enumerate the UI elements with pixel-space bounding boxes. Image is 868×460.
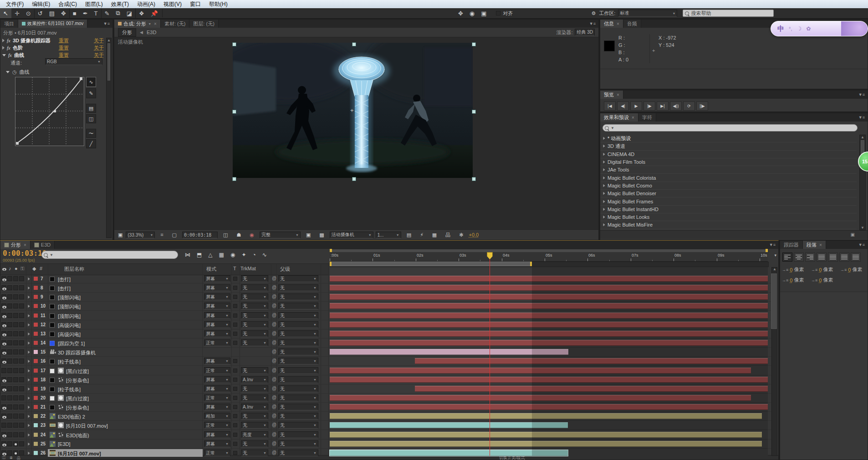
timeline-button-icon[interactable]: ▦	[429, 230, 440, 240]
solo-toggle[interactable]	[13, 276, 18, 281]
help-search-input[interactable]: 搜索帮助	[683, 10, 774, 17]
breadcrumb-sub[interactable]: E3D	[147, 30, 156, 35]
column-parent[interactable]: 父级	[280, 266, 290, 273]
video-toggle[interactable]	[1, 368, 6, 373]
fx-category-11[interactable]: Magic Bullet Looks	[600, 213, 857, 221]
video-toggle[interactable]	[1, 386, 6, 391]
lock-toggle[interactable]	[19, 340, 24, 345]
fx-category-9[interactable]: Magic Bullet Frames	[600, 197, 857, 205]
comp-tab-1[interactable]: 合成: 分形▼×	[114, 20, 161, 28]
lock-toggle[interactable]	[19, 441, 24, 446]
workspace-icon[interactable]: ⚙	[588, 8, 599, 18]
layer-mode-select[interactable]: 相加▼	[204, 413, 230, 420]
layer-trkmat-select[interactable]: 无▼	[241, 385, 268, 392]
brainstorm-icon[interactable]: ✦	[239, 251, 248, 259]
lock-toggle[interactable]	[19, 349, 24, 354]
parent-pickwhip-icon[interactable]: @	[272, 294, 276, 299]
region-of-interest-icon[interactable]: ▣	[303, 230, 314, 240]
puppet-pin-tool-icon[interactable]: 📌	[148, 8, 161, 18]
fx-category-arrow[interactable]	[603, 145, 605, 147]
video-toggle[interactable]	[1, 395, 6, 400]
timeline-scrollbar-thumb[interactable]	[771, 273, 777, 329]
next-frame-button[interactable]: |▶	[643, 101, 655, 111]
fxpresets-scrollbar[interactable]: ▲ ▼	[859, 135, 866, 230]
menu-6[interactable]: 动画(A)	[133, 0, 159, 8]
ime-toolbar[interactable]: 中 °, ☽ ✿	[771, 21, 868, 36]
audio-toggle[interactable]	[7, 395, 12, 400]
frame-blending-icon[interactable]: ▦	[217, 251, 226, 259]
layer-row[interactable]: 14[跟踪为空 1]正常▼无▼@无▼	[0, 339, 776, 348]
solo-toggle[interactable]	[13, 294, 18, 299]
stopwatch-icon[interactable]: ◷	[12, 69, 17, 75]
play-button[interactable]: ▶	[630, 101, 642, 111]
layer-duration-bar[interactable]	[330, 413, 762, 419]
menu-5[interactable]: 效果(T)	[107, 0, 133, 8]
layer-parent-select[interactable]: 无▼	[278, 358, 318, 364]
solo-toggle[interactable]	[13, 404, 18, 409]
space-before-field[interactable]: →≡0像素	[782, 277, 807, 283]
layer-parent-select[interactable]: 无▼	[278, 275, 318, 282]
layer-parent-select[interactable]: 无▼	[278, 440, 318, 447]
ram-preview-button[interactable]: ||▶	[696, 101, 708, 111]
layer-parent-select[interactable]: 无▼	[278, 312, 318, 319]
video-toggle[interactable]	[1, 340, 6, 345]
solo-toggle[interactable]	[13, 349, 18, 354]
layer-duration-bar[interactable]	[330, 441, 762, 447]
indent-value[interactable]: 0	[819, 267, 822, 273]
layer-trkmat-select[interactable]: 无▼	[241, 330, 268, 337]
effect-expand-arrow[interactable]	[2, 46, 5, 50]
layer-expand-arrow[interactable]	[28, 287, 30, 289]
comp-panel-menu-icon[interactable]: ▼≡	[587, 20, 598, 27]
solo-toggle[interactable]	[13, 432, 18, 437]
video-toggle[interactable]	[1, 441, 6, 446]
layer-parent-select[interactable]: 无▼	[278, 293, 318, 300]
layer-mode-select[interactable]: 屏幕▼	[204, 358, 230, 364]
layer-mode-select[interactable]: 正常▼	[204, 367, 230, 374]
layer-duration-bar[interactable]	[330, 340, 768, 346]
fx-category-arrow[interactable]	[603, 200, 605, 202]
effect-reset-link[interactable]: 重置	[59, 52, 69, 59]
t-toggle[interactable]	[233, 286, 237, 290]
t-toggle[interactable]	[233, 277, 237, 281]
effect-expand-arrow[interactable]	[2, 39, 5, 42]
last-frame-button[interactable]: ▶|	[657, 101, 669, 111]
layer-expand-arrow[interactable]	[28, 406, 30, 409]
layer-anchor-crosshair[interactable]: +	[350, 107, 354, 114]
layer-trkmat-select[interactable]: 无▼	[241, 339, 268, 346]
layer-mode-select[interactable]: 屏幕▼	[204, 284, 230, 291]
layer-row[interactable]: 7[击打]屏幕▼无▼@无▼	[0, 274, 776, 283]
effect-about-link[interactable]: 关于	[94, 37, 104, 44]
audio-toggle[interactable]	[7, 322, 12, 327]
layer-trkmat-select[interactable]: 亮度▼	[241, 431, 268, 438]
selection-tool-icon[interactable]: ↖	[0, 8, 11, 18]
solo-toggle[interactable]	[13, 285, 18, 290]
parent-pickwhip-icon[interactable]: @	[272, 331, 276, 336]
comp-tab-2[interactable]: 素材: (无)	[161, 20, 189, 28]
solo-toggle[interactable]	[13, 423, 18, 428]
layer-parent-select[interactable]: 无▼	[278, 376, 318, 383]
selection-handle-3[interactable]	[472, 42, 476, 46]
layer-label-swatch[interactable]	[33, 423, 38, 428]
layer-parent-select[interactable]: 无▼	[278, 303, 318, 309]
safe-zones-icon[interactable]: ⌗	[157, 230, 166, 240]
layer-label-swatch[interactable]	[33, 404, 38, 409]
t-toggle[interactable]	[233, 304, 237, 308]
exposure-value[interactable]: +0.0	[469, 232, 479, 238]
comp-mini-flowchart-icon[interactable]: ⋈	[183, 251, 193, 259]
video-toggle[interactable]	[1, 303, 6, 308]
lock-toggle[interactable]	[19, 377, 24, 382]
layer-duration-bar[interactable]	[330, 322, 768, 328]
zoom-tool-icon[interactable]: ⊙	[23, 8, 34, 18]
layer-row[interactable]: 9[顶部闪电]屏幕▼无▼@无▼	[0, 293, 776, 302]
fxpresets-panel-menu-icon[interactable]: ▼≡	[856, 114, 868, 121]
layer-name[interactable]: [黑白过渡]	[66, 395, 89, 402]
layer-label-swatch[interactable]	[33, 377, 38, 382]
open-icon[interactable]: ▤	[86, 104, 96, 113]
fx-category-8[interactable]: Magic Bullet Denoiser	[600, 190, 857, 197]
layer-name[interactable]: [E3D]	[58, 441, 71, 447]
fx-category-arrow[interactable]	[603, 184, 605, 187]
motion-blur-icon[interactable]: ◉	[228, 251, 237, 259]
selection-handle-2[interactable]	[352, 42, 356, 46]
solo-toggle[interactable]	[13, 377, 18, 382]
solo-toggle[interactable]	[13, 414, 18, 419]
